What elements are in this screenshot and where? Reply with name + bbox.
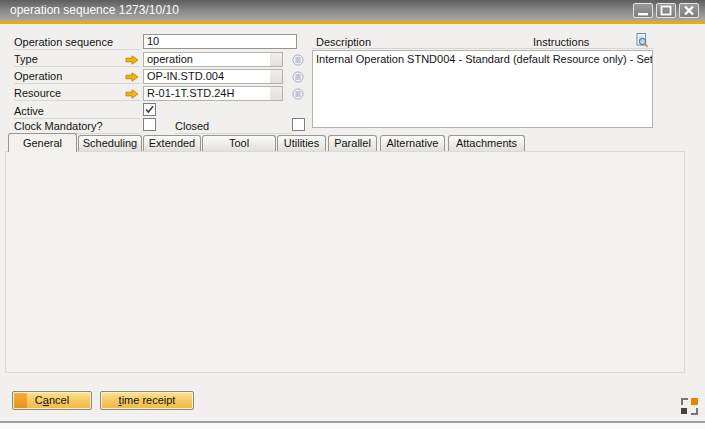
cancel-button-focus-accent [14,393,27,408]
operation-sequence-window: operation sequence 1273/10/10 Operation … [0,0,705,429]
type-choose-from-list-icon[interactable] [292,54,304,66]
time-receipt-label-post: ime receipt [122,394,176,406]
maximize-icon [657,4,675,17]
maximize-button[interactable] [656,3,676,18]
type-field[interactable]: operation [143,52,283,67]
cancel-button[interactable]: Cancel [12,391,92,410]
titlebar[interactable]: operation sequence 1273/10/10 [0,0,705,21]
clock-mandatory-label: Clock Mandatory? [14,120,140,134]
gold-accent-line [0,21,705,24]
corner-widget-icon[interactable] [681,398,698,415]
description-textarea[interactable]: Internal Operation STND004 - Standard (d… [312,50,653,128]
description-header-underline [312,48,653,49]
operation-field[interactable]: OP-IN.STD.004 [143,69,283,84]
tab-utilities[interactable]: Utilities [277,135,326,151]
resource-field[interactable]: R-01-1T.STD.24H [143,86,283,101]
close-icon [680,4,698,17]
resource-label: Resource [14,87,140,101]
minimize-icon [634,4,652,17]
cancel-label-pre: C [35,394,43,406]
type-field-drop[interactable] [270,53,282,66]
tab-tool[interactable]: Tool [202,135,276,151]
clock-mandatory-checkbox[interactable] [143,118,156,131]
tab-extended[interactable]: Extended [143,135,201,151]
active-checkbox[interactable] [143,103,156,116]
tab-parallel[interactable]: Parallel [328,135,377,151]
resource-field-drop[interactable] [270,87,282,100]
checkmark-icon [144,104,155,115]
window-bottom-pad [0,423,705,429]
operation-field-drop[interactable] [270,70,282,83]
instructions-preview-icon[interactable] [635,33,650,48]
minimize-button[interactable] [633,3,653,18]
type-label: Type [14,53,140,67]
operation-link-arrow-icon[interactable] [125,72,139,82]
close-button[interactable] [679,3,699,18]
operation-value: OP-IN.STD.004 [147,70,224,82]
type-value: operation [147,53,193,65]
resource-choose-from-list-icon[interactable] [292,88,304,100]
tab-alternative[interactable]: Alternative [380,135,445,151]
closed-label: Closed [175,120,292,134]
general-tab-panel [5,151,685,373]
type-link-arrow-icon[interactable] [125,55,139,65]
time-receipt-button[interactable]: time receipt [100,391,194,410]
tab-attachments[interactable]: Attachments [448,135,525,151]
operation-sequence-label: Operation sequence [14,36,140,50]
cancel-label-post: ncel [49,394,69,406]
tab-scheduling[interactable]: Scheduling [78,135,142,151]
window-title: operation sequence 1273/10/10 [10,0,179,21]
active-label: Active [14,105,140,119]
tab-general[interactable]: General [8,133,77,152]
resource-link-arrow-icon[interactable] [125,89,139,99]
operation-label: Operation [14,70,140,84]
operation-choose-from-list-icon[interactable] [292,71,304,83]
operation-sequence-field[interactable]: 10 [143,34,297,49]
closed-checkbox[interactable] [292,118,305,131]
resource-value: R-01-1T.STD.24H [147,87,234,99]
